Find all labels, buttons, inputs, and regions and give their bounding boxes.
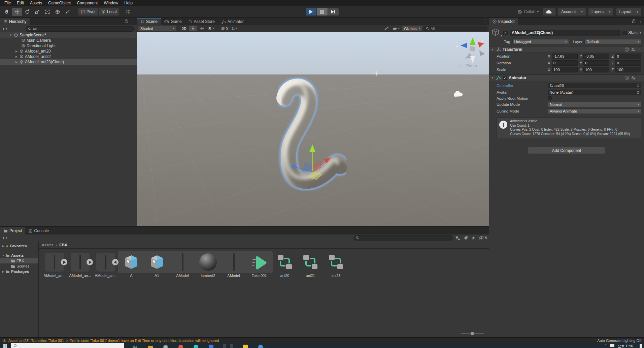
asset-item[interactable]: AModel_an... xyxy=(42,252,67,278)
position-x-input[interactable] xyxy=(552,54,578,59)
collapse-badge-icon[interactable] xyxy=(112,259,118,265)
foldout-icon[interactable]: ▶ xyxy=(15,50,18,53)
tab-console[interactable]: Console xyxy=(25,227,52,234)
persp-label[interactable]: Persp xyxy=(466,64,477,68)
add-component-button[interactable]: Add Component xyxy=(528,147,605,154)
breadcrumb-root[interactable]: Assets xyxy=(42,243,54,247)
tab-inspector[interactable]: Inspector xyxy=(489,18,518,25)
asset-item[interactable]: lambert2 xyxy=(195,252,221,278)
chevron-down-icon[interactable]: ▾ xyxy=(501,34,502,37)
kebab-menu-icon[interactable]: ⋮ xyxy=(131,19,135,23)
chevron-down-icon[interactable]: ▾ xyxy=(640,31,641,34)
asset-item[interactable]: ani21 xyxy=(298,252,323,278)
camera-settings-dropdown[interactable]: ▾ xyxy=(392,26,401,31)
settings-app-icon[interactable] xyxy=(163,344,169,348)
menu-file[interactable]: File xyxy=(1,0,14,6)
blue-app-icon[interactable] xyxy=(208,344,214,348)
foldout-icon[interactable]: ▶ xyxy=(15,61,18,64)
object-picker-icon[interactable]: ⊙ xyxy=(637,90,640,95)
collab-dropdown[interactable]: Collab ▾ xyxy=(516,9,540,14)
position-y-input[interactable] xyxy=(583,54,609,59)
hierarchy-item-amodel-ani23-clone[interactable]: ▶ AModel_ani23(Clone) xyxy=(0,59,137,65)
asset-item[interactable]: AModel xyxy=(221,252,246,278)
tree-assets[interactable]: ▼ Assets xyxy=(0,253,38,258)
cloud-button[interactable] xyxy=(543,8,555,15)
taskbar-search-box[interactable] xyxy=(11,343,124,348)
foldout-icon[interactable]: ▼ xyxy=(491,48,495,51)
tab-scene[interactable]: Scene xyxy=(137,18,161,25)
asset-item[interactable]: Take 001 xyxy=(246,252,272,278)
effects-dropdown[interactable]: ▾ xyxy=(207,26,215,31)
auto-generate-lighting-status[interactable]: Auto Generate Lighting Off xyxy=(597,339,641,343)
grid-snap-icon[interactable] xyxy=(123,8,133,16)
search-by-type-icon[interactable] xyxy=(455,236,460,240)
tab-asset-store[interactable]: Asset Store xyxy=(185,18,218,25)
scene-visibility-toggle[interactable]: 0 xyxy=(219,26,229,31)
asset-item[interactable]: AModel_an... xyxy=(93,252,118,278)
scale-z-input[interactable] xyxy=(615,67,641,72)
component-tools-button[interactable] xyxy=(383,26,391,31)
static-toggle[interactable]: Static ▾ xyxy=(622,30,641,35)
unity-app-icon-active[interactable] xyxy=(223,344,233,348)
foldout-icon[interactable]: ▼ xyxy=(9,34,12,37)
tree-favorites[interactable]: ▶ ★ Favorites xyxy=(0,243,38,249)
menu-window[interactable]: Window xyxy=(101,0,121,6)
kebab-menu-icon[interactable]: ⋮ xyxy=(638,48,642,52)
hand-tool-icon[interactable] xyxy=(2,8,12,16)
tab-game[interactable]: Game xyxy=(161,18,185,25)
foldout-icon[interactable]: ▼ xyxy=(1,254,5,257)
red-app-icon[interactable] xyxy=(178,344,184,348)
apply-root-motion-checkbox[interactable] xyxy=(548,96,552,100)
lock-icon[interactable] xyxy=(125,19,128,23)
status-bar[interactable]: ⚠ Asset 'ani23': Transition 'Take 001 ->… xyxy=(0,338,644,343)
asset-scale-slider[interactable] xyxy=(461,333,484,334)
blue-circle-app-icon[interactable] xyxy=(258,344,264,348)
file-explorer-icon[interactable] xyxy=(147,344,154,348)
controller-field[interactable]: ani23 ⊙ xyxy=(548,83,641,88)
rotation-x-input[interactable] xyxy=(552,60,578,66)
help-icon[interactable]: ? xyxy=(625,76,629,80)
task-view-icon[interactable] xyxy=(132,344,138,348)
lighting-toggle[interactable] xyxy=(189,26,197,31)
search-by-label-icon[interactable] xyxy=(464,236,468,240)
transform-component-header[interactable]: ▼ Transform ? ⋮ xyxy=(489,46,644,53)
update-mode-dropdown[interactable]: Normal ▾ xyxy=(548,102,641,107)
presets-icon[interactable] xyxy=(631,48,636,52)
asset-item[interactable]: AModel_an... xyxy=(67,252,93,278)
foldout-icon[interactable]: ▶ xyxy=(15,55,18,58)
project-search[interactable] xyxy=(353,235,453,241)
pivot-toggle[interactable]: Pivot xyxy=(78,8,98,15)
project-search-input[interactable] xyxy=(361,236,451,240)
audio-toggle[interactable] xyxy=(198,26,205,31)
rotation-z-input[interactable] xyxy=(615,60,641,66)
position-z-input[interactable] xyxy=(615,54,641,59)
scale-y-input[interactable] xyxy=(583,67,609,72)
layout-dropdown[interactable]: Layout ▾ xyxy=(616,8,641,15)
kebab-menu-icon[interactable]: ⋮ xyxy=(638,76,642,80)
tree-packages[interactable]: ▶ Packages xyxy=(0,269,38,274)
tree-fbx[interactable]: FBX xyxy=(0,258,38,263)
tab-hierarchy[interactable]: Hierarchy xyxy=(0,18,30,25)
2d-toggle[interactable]: 2D xyxy=(180,26,188,31)
hierarchy-item-amodel-ani20[interactable]: ▶ AModel_ani20 xyxy=(0,49,137,54)
menu-gameobject[interactable]: GameObject xyxy=(45,0,74,6)
move-tool-icon[interactable] xyxy=(12,8,22,16)
avatar-field[interactable]: None (Avatar) ⊙ xyxy=(548,90,641,95)
expand-badge-icon[interactable] xyxy=(61,259,67,265)
layers-dropdown[interactable]: Layers ▾ xyxy=(588,8,614,15)
account-dropdown[interactable]: Account ▾ xyxy=(558,8,586,15)
create-asset-button[interactable]: + ▾ xyxy=(2,235,7,241)
clock[interactable]: 오후 11:07 xyxy=(618,344,634,348)
rotation-y-input[interactable] xyxy=(583,60,609,66)
teal-app-icon[interactable] xyxy=(193,344,199,348)
tab-project[interactable]: Project xyxy=(0,227,25,234)
custom-tool-icon[interactable] xyxy=(63,8,73,16)
asset-item[interactable]: A1 xyxy=(144,252,170,278)
kebab-menu-icon[interactable]: ⋮ xyxy=(130,33,134,37)
console-warning-message[interactable]: Asset 'ani23': Transition 'Take 001 -> E… xyxy=(8,339,219,343)
static-checkbox[interactable] xyxy=(622,31,627,35)
gizmos-dropdown[interactable]: Gizmos ▾ xyxy=(402,26,422,31)
kebab-menu-icon[interactable]: ⋮ xyxy=(483,19,487,23)
object-picker-icon[interactable]: ⊙ xyxy=(637,84,640,88)
breadcrumb-current[interactable]: FBX xyxy=(59,243,67,247)
